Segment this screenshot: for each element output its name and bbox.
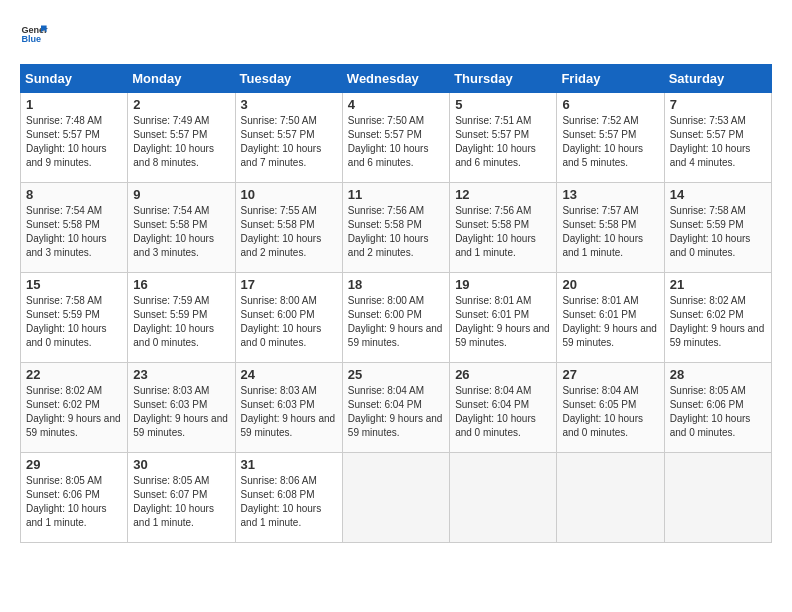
weekday-header-tuesday: Tuesday [235,65,342,93]
cell-content: Sunrise: 7:55 AMSunset: 5:58 PMDaylight:… [241,205,322,258]
cell-content: Sunrise: 8:00 AMSunset: 6:00 PMDaylight:… [241,295,322,348]
calendar-cell: 4Sunrise: 7:50 AMSunset: 5:57 PMDaylight… [342,93,449,183]
calendar-cell: 28Sunrise: 8:05 AMSunset: 6:06 PMDayligh… [664,363,771,453]
day-number: 4 [348,97,444,112]
calendar-table: SundayMondayTuesdayWednesdayThursdayFrid… [20,64,772,543]
calendar-week-3: 15Sunrise: 7:58 AMSunset: 5:59 PMDayligh… [21,273,772,363]
logo: General Blue [20,20,52,48]
day-number: 13 [562,187,658,202]
calendar-cell: 1Sunrise: 7:48 AMSunset: 5:57 PMDaylight… [21,93,128,183]
day-number: 2 [133,97,229,112]
page-header: General Blue [20,20,772,48]
calendar-cell: 26Sunrise: 8:04 AMSunset: 6:04 PMDayligh… [450,363,557,453]
day-number: 28 [670,367,766,382]
cell-content: Sunrise: 7:51 AMSunset: 5:57 PMDaylight:… [455,115,536,168]
cell-content: Sunrise: 7:50 AMSunset: 5:57 PMDaylight:… [241,115,322,168]
day-number: 12 [455,187,551,202]
cell-content: Sunrise: 8:02 AMSunset: 6:02 PMDaylight:… [670,295,765,348]
calendar-cell: 10Sunrise: 7:55 AMSunset: 5:58 PMDayligh… [235,183,342,273]
day-number: 11 [348,187,444,202]
calendar-cell: 24Sunrise: 8:03 AMSunset: 6:03 PMDayligh… [235,363,342,453]
calendar-cell: 31Sunrise: 8:06 AMSunset: 6:08 PMDayligh… [235,453,342,543]
cell-content: Sunrise: 7:50 AMSunset: 5:57 PMDaylight:… [348,115,429,168]
calendar-week-2: 8Sunrise: 7:54 AMSunset: 5:58 PMDaylight… [21,183,772,273]
calendar-week-4: 22Sunrise: 8:02 AMSunset: 6:02 PMDayligh… [21,363,772,453]
day-number: 10 [241,187,337,202]
cell-content: Sunrise: 8:03 AMSunset: 6:03 PMDaylight:… [133,385,228,438]
cell-content: Sunrise: 8:04 AMSunset: 6:05 PMDaylight:… [562,385,643,438]
calendar-cell [342,453,449,543]
svg-text:Blue: Blue [21,34,41,44]
day-number: 14 [670,187,766,202]
weekday-header-thursday: Thursday [450,65,557,93]
day-number: 6 [562,97,658,112]
cell-content: Sunrise: 7:54 AMSunset: 5:58 PMDaylight:… [133,205,214,258]
cell-content: Sunrise: 8:01 AMSunset: 6:01 PMDaylight:… [455,295,550,348]
calendar-cell: 8Sunrise: 7:54 AMSunset: 5:58 PMDaylight… [21,183,128,273]
cell-content: Sunrise: 7:53 AMSunset: 5:57 PMDaylight:… [670,115,751,168]
cell-content: Sunrise: 8:06 AMSunset: 6:08 PMDaylight:… [241,475,322,528]
calendar-cell: 15Sunrise: 7:58 AMSunset: 5:59 PMDayligh… [21,273,128,363]
calendar-cell: 9Sunrise: 7:54 AMSunset: 5:58 PMDaylight… [128,183,235,273]
cell-content: Sunrise: 7:56 AMSunset: 5:58 PMDaylight:… [455,205,536,258]
cell-content: Sunrise: 7:59 AMSunset: 5:59 PMDaylight:… [133,295,214,348]
calendar-cell: 19Sunrise: 8:01 AMSunset: 6:01 PMDayligh… [450,273,557,363]
calendar-cell: 5Sunrise: 7:51 AMSunset: 5:57 PMDaylight… [450,93,557,183]
cell-content: Sunrise: 7:49 AMSunset: 5:57 PMDaylight:… [133,115,214,168]
calendar-cell: 6Sunrise: 7:52 AMSunset: 5:57 PMDaylight… [557,93,664,183]
calendar-cell: 13Sunrise: 7:57 AMSunset: 5:58 PMDayligh… [557,183,664,273]
cell-content: Sunrise: 7:58 AMSunset: 5:59 PMDaylight:… [26,295,107,348]
day-number: 7 [670,97,766,112]
calendar-cell: 20Sunrise: 8:01 AMSunset: 6:01 PMDayligh… [557,273,664,363]
day-number: 23 [133,367,229,382]
day-number: 30 [133,457,229,472]
cell-content: Sunrise: 7:57 AMSunset: 5:58 PMDaylight:… [562,205,643,258]
weekday-header-wednesday: Wednesday [342,65,449,93]
weekday-header-saturday: Saturday [664,65,771,93]
calendar-cell: 2Sunrise: 7:49 AMSunset: 5:57 PMDaylight… [128,93,235,183]
calendar-cell: 21Sunrise: 8:02 AMSunset: 6:02 PMDayligh… [664,273,771,363]
cell-content: Sunrise: 7:52 AMSunset: 5:57 PMDaylight:… [562,115,643,168]
day-number: 29 [26,457,122,472]
day-number: 8 [26,187,122,202]
day-number: 18 [348,277,444,292]
cell-content: Sunrise: 8:05 AMSunset: 6:06 PMDaylight:… [26,475,107,528]
cell-content: Sunrise: 7:54 AMSunset: 5:58 PMDaylight:… [26,205,107,258]
weekday-header-monday: Monday [128,65,235,93]
day-number: 15 [26,277,122,292]
day-number: 26 [455,367,551,382]
cell-content: Sunrise: 8:04 AMSunset: 6:04 PMDaylight:… [455,385,536,438]
calendar-cell: 30Sunrise: 8:05 AMSunset: 6:07 PMDayligh… [128,453,235,543]
cell-content: Sunrise: 7:48 AMSunset: 5:57 PMDaylight:… [26,115,107,168]
cell-content: Sunrise: 8:03 AMSunset: 6:03 PMDaylight:… [241,385,336,438]
cell-content: Sunrise: 7:58 AMSunset: 5:59 PMDaylight:… [670,205,751,258]
cell-content: Sunrise: 8:01 AMSunset: 6:01 PMDaylight:… [562,295,657,348]
calendar-cell: 14Sunrise: 7:58 AMSunset: 5:59 PMDayligh… [664,183,771,273]
day-number: 9 [133,187,229,202]
calendar-cell [557,453,664,543]
calendar-cell: 12Sunrise: 7:56 AMSunset: 5:58 PMDayligh… [450,183,557,273]
day-number: 19 [455,277,551,292]
day-number: 3 [241,97,337,112]
calendar-cell: 17Sunrise: 8:00 AMSunset: 6:00 PMDayligh… [235,273,342,363]
calendar-cell [664,453,771,543]
day-number: 1 [26,97,122,112]
calendar-cell: 11Sunrise: 7:56 AMSunset: 5:58 PMDayligh… [342,183,449,273]
day-number: 20 [562,277,658,292]
calendar-cell: 18Sunrise: 8:00 AMSunset: 6:00 PMDayligh… [342,273,449,363]
day-number: 21 [670,277,766,292]
calendar-cell: 25Sunrise: 8:04 AMSunset: 6:04 PMDayligh… [342,363,449,453]
calendar-cell: 7Sunrise: 7:53 AMSunset: 5:57 PMDaylight… [664,93,771,183]
cell-content: Sunrise: 8:04 AMSunset: 6:04 PMDaylight:… [348,385,443,438]
calendar-cell: 29Sunrise: 8:05 AMSunset: 6:06 PMDayligh… [21,453,128,543]
day-number: 22 [26,367,122,382]
cell-content: Sunrise: 8:05 AMSunset: 6:06 PMDaylight:… [670,385,751,438]
day-number: 17 [241,277,337,292]
calendar-cell: 27Sunrise: 8:04 AMSunset: 6:05 PMDayligh… [557,363,664,453]
calendar-cell: 16Sunrise: 7:59 AMSunset: 5:59 PMDayligh… [128,273,235,363]
cell-content: Sunrise: 8:02 AMSunset: 6:02 PMDaylight:… [26,385,121,438]
day-number: 24 [241,367,337,382]
calendar-cell: 22Sunrise: 8:02 AMSunset: 6:02 PMDayligh… [21,363,128,453]
weekday-header-sunday: Sunday [21,65,128,93]
calendar-cell: 3Sunrise: 7:50 AMSunset: 5:57 PMDaylight… [235,93,342,183]
